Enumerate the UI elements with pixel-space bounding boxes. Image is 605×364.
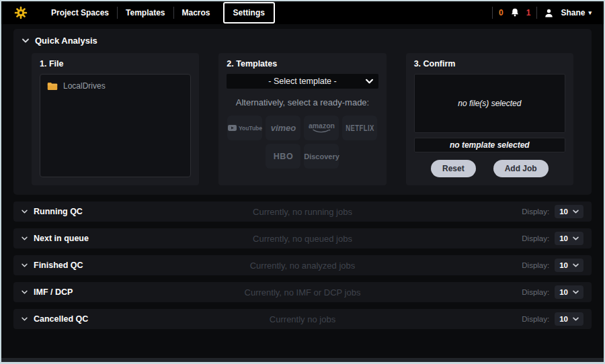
add-job-button[interactable]: Add Job — [493, 160, 549, 177]
section-toggle-imf-dcp[interactable]: IMF / DCP — [22, 287, 73, 297]
brand-label: amazon — [309, 122, 335, 129]
templates-panel: 2. Templates - Select template - Alterna… — [218, 53, 386, 185]
ready-made-hint: Alternatively, select a ready-made: — [227, 97, 378, 107]
nav-item-settings-active[interactable]: Settings — [223, 2, 275, 24]
brand-youtube-button[interactable]: YouTube — [227, 116, 262, 140]
display-label: Display: — [522, 208, 549, 216]
brand-buttons: YouTube vimeo amazon — [227, 116, 378, 169]
chevron-down-icon — [22, 290, 28, 294]
brand-label: NETFLIX — [346, 123, 374, 133]
section-title: Running QC — [34, 207, 83, 216]
quick-analysis-toggle[interactable]: Quick Analysis — [13, 36, 592, 46]
app-logo-gear-icon[interactable] — [13, 5, 28, 20]
display-count-select[interactable]: 10 — [555, 312, 583, 326]
section-next-in-queue: Next in queue Currently, no queued jobs … — [13, 228, 592, 248]
nav-item-templates[interactable]: Templates — [118, 8, 173, 17]
selected-files-box: no file(s) selected — [414, 74, 565, 133]
brand-discovery-button[interactable]: Discovery — [304, 144, 339, 169]
section-empty-text: Currently, no analyzed jobs — [13, 261, 592, 271]
brand-vimeo-button[interactable]: vimeo — [266, 116, 300, 140]
section-toggle-running-qc[interactable]: Running QC — [22, 207, 83, 216]
amazon-smile-icon — [312, 129, 331, 134]
gear-icon — [14, 6, 28, 19]
notification-count-left: 0 — [499, 8, 503, 17]
display-label: Display: — [522, 315, 549, 323]
chevron-down-icon — [573, 210, 579, 214]
display-count-value: 10 — [559, 261, 568, 269]
templates-panel-title: 2. Templates — [227, 59, 378, 69]
section-empty-text: Currently, no queued jobs — [13, 234, 592, 244]
chevron-down-icon — [573, 290, 579, 294]
folder-icon — [47, 82, 58, 91]
display-count-value: 10 — [559, 315, 568, 323]
confirm-buttons: Reset Add Job — [414, 160, 565, 177]
section-title: Next in queue — [34, 234, 89, 243]
selected-template-box: no template selected — [414, 138, 565, 152]
display-count-select[interactable]: 10 — [555, 205, 583, 218]
section-empty-text: Currently no jobs — [13, 314, 592, 324]
section-title: Cancelled QC — [34, 314, 88, 324]
nav-divider — [536, 7, 537, 19]
chevron-down-icon — [22, 263, 28, 267]
app-window: Project Spaces Templates Macros Settings… — [0, 0, 605, 364]
template-select-value: - Select template - — [268, 77, 336, 86]
display-label: Display: — [522, 261, 549, 269]
template-select[interactable]: - Select template - — [227, 74, 378, 89]
display-count-select[interactable]: 10 — [555, 232, 583, 245]
no-files-text: no file(s) selected — [458, 99, 521, 108]
navbar-right: 0 1 Shane ▾ — [492, 7, 592, 19]
confirm-panel: 3. Confirm no file(s) selected no templa… — [406, 53, 573, 185]
quick-analysis-title: Quick Analysis — [35, 36, 97, 46]
nav-item-macros[interactable]: Macros — [174, 8, 218, 17]
no-template-text: no template selected — [450, 140, 530, 150]
display-count-select[interactable]: 10 — [555, 259, 583, 272]
section-title: IMF / DCP — [34, 287, 73, 297]
chevron-down-icon — [22, 38, 29, 43]
display-count-value: 10 — [559, 208, 568, 216]
brand-hbo-button[interactable]: HBO — [266, 144, 300, 169]
caret-down-icon: ▾ — [588, 9, 592, 16]
brand-label: YouTube — [239, 125, 262, 132]
file-panel: 1. File LocalDrives — [32, 53, 199, 185]
user-menu-button[interactable]: Shane ▾ — [561, 8, 592, 17]
brand-label: Discovery — [304, 152, 339, 161]
section-cancelled-qc: Cancelled QC Currently no jobs Display: … — [13, 309, 592, 329]
main-content: Quick Analysis 1. File LocalDrives — [1, 24, 604, 358]
notification-count-right: 1 — [526, 8, 531, 17]
nav-item-project-spaces[interactable]: Project Spaces — [43, 8, 117, 17]
display-label: Display: — [522, 234, 549, 242]
top-navbar: Project Spaces Templates Macros Settings… — [1, 1, 604, 24]
user-icon — [543, 7, 555, 19]
chevron-down-icon — [573, 317, 579, 321]
brand-netflix-button[interactable]: NETFLIX — [342, 116, 377, 140]
section-toggle-cancelled-qc[interactable]: Cancelled QC — [22, 314, 88, 324]
section-toggle-next-in-queue[interactable]: Next in queue — [22, 234, 89, 243]
brand-amazon-button[interactable]: amazon — [304, 116, 339, 140]
section-imf-dcp: IMF / DCP Currently, no IMF or DCP jobs … — [13, 282, 592, 302]
file-tree[interactable]: LocalDrives — [40, 74, 191, 177]
display-count-value: 10 — [559, 234, 568, 242]
nav-divider — [492, 7, 493, 19]
chevron-down-icon — [22, 236, 28, 240]
display-count-select[interactable]: 10 — [555, 285, 583, 299]
brand-label: vimeo — [271, 123, 296, 133]
section-empty-text: Currently, no IMF or DCP jobs — [13, 287, 592, 298]
display-label: Display: — [522, 288, 549, 296]
chevron-down-icon — [573, 236, 579, 240]
display-count-value: 10 — [559, 288, 568, 296]
section-running-qc: Running QC Currently, no running jobs Di… — [13, 201, 592, 222]
bell-icon[interactable] — [510, 7, 520, 18]
reset-button[interactable]: Reset — [431, 160, 476, 177]
main-nav: Project Spaces Templates Macros Settings — [43, 1, 275, 24]
section-toggle-finished-qc[interactable]: Finished QC — [22, 261, 83, 270]
chevron-down-icon — [573, 263, 579, 267]
tree-item-label: LocalDrives — [63, 81, 106, 91]
window-bottom-strip — [1, 358, 604, 362]
youtube-play-icon — [228, 125, 237, 131]
tree-item-localdrives[interactable]: LocalDrives — [47, 81, 184, 91]
chevron-down-icon — [22, 210, 28, 214]
chevron-down-icon — [22, 317, 28, 321]
confirm-panel-title: 3. Confirm — [414, 59, 565, 69]
quick-analysis-panels: 1. File LocalDrives 2. Templates — [13, 46, 592, 185]
user-name: Shane — [561, 8, 585, 17]
